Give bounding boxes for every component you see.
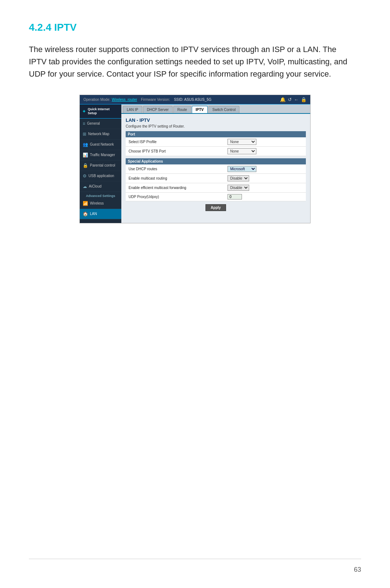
ssid-label: SSID: ASUS ASUS_5G (174, 98, 212, 102)
section-title: 4.2.4 IPTV (29, 22, 361, 33)
udp-proxy-input[interactable] (228, 194, 242, 199)
port-section-header: Port (126, 131, 306, 137)
firmware-label: Firmware Version: (141, 98, 170, 102)
sidebar-item-guest-network[interactable]: 👥 Guest Network (80, 140, 121, 150)
stb-port-label: Choose IPTV STB Port (126, 147, 225, 156)
lock-icon: 🔒 (301, 97, 307, 102)
sidebar-item-lan[interactable]: 🏠 LAN (80, 209, 121, 219)
special-section-header: Special Applications (126, 158, 306, 164)
wireless-icon: 📶 (83, 201, 88, 206)
tab-route[interactable]: Route (173, 106, 191, 113)
special-form-table: Use DHCP routes Microsoft Enable multica… (126, 164, 306, 201)
guest-network-icon: 👥 (83, 142, 88, 147)
advanced-settings-label: Advanced Settings (80, 192, 121, 198)
sidebar-aicloud-label: AiCloud (89, 184, 101, 188)
isp-profile-select[interactable]: None (228, 139, 256, 145)
panel-desc: Configure the IPTV setting of Router. (126, 124, 306, 128)
stb-port-select[interactable]: None (228, 148, 256, 154)
usb-icon: ⚙ (83, 173, 87, 179)
tab-bar: LAN IP DHCP Server Route IPTV Switch Con… (121, 104, 310, 114)
panel-title: LAN - IPTV (126, 117, 306, 123)
dhcp-routes-value: Microsoft (225, 164, 306, 174)
table-row: Select ISP Profile None (126, 137, 306, 147)
sidebar-network-map-label: Network Map (88, 132, 109, 136)
efficient-multicast-label: Enable efficient multicast forwarding (126, 183, 225, 193)
sidebar-item-general[interactable]: ≡ General (80, 119, 121, 129)
sidebar-wireless-label: Wireless (90, 201, 104, 205)
ssid-label-text: SSID: (174, 98, 183, 102)
general-icon: ≡ (83, 121, 85, 126)
sidebar-usb-label: USB application (88, 174, 114, 178)
refresh-icon: ↺ (288, 97, 292, 102)
sidebar-item-wireless[interactable]: 📶 Wireless (80, 198, 121, 209)
sidebar-guest-label: Guest Network (90, 142, 114, 146)
logo-icon: ✦ (82, 108, 86, 114)
multicast-routing-value: Disable Enable (225, 174, 306, 183)
port-form-table: Select ISP Profile None Choose IPTV STB … (126, 137, 306, 156)
sidebar-parental-label: Parental control (90, 163, 115, 167)
table-row: Enable multicast routing Disable Enable (126, 174, 306, 183)
isp-profile-label: Select ISP Profile (126, 137, 225, 147)
tab-lan-ip[interactable]: LAN IP (123, 106, 142, 113)
stb-port-value: None (225, 147, 306, 156)
bell-icon: 🔔 (280, 97, 286, 102)
sidebar-item-usb-application[interactable]: ⚙ USB application (80, 171, 121, 181)
tab-switch-control[interactable]: Switch Control (208, 106, 239, 113)
back-icon: ← (294, 97, 299, 102)
page-number: 63 (354, 566, 361, 574)
apply-button[interactable]: Apply (205, 204, 226, 211)
aicloud-icon: ☁ (83, 184, 87, 189)
tab-iptv[interactable]: IPTV (192, 106, 208, 113)
multicast-routing-label: Enable multicast routing (126, 174, 225, 183)
sidebar-item-traffic-manager[interactable]: 📊 Traffic Manager (80, 150, 121, 160)
udp-proxy-value (225, 193, 306, 201)
sidebar: ✦ Quick InternetSetup ≡ General ⊞ Networ… (80, 104, 121, 223)
section-description: The wireless router supports connection … (29, 43, 354, 80)
network-map-icon: ⊞ (83, 132, 86, 137)
sidebar-traffic-label: Traffic Manager (90, 153, 115, 157)
multicast-routing-select[interactable]: Disable Enable (228, 175, 249, 181)
lan-icon: 🏠 (83, 211, 88, 216)
ssid-value: ASUS ASUS_5G (184, 98, 212, 102)
sidebar-item-aicloud[interactable]: ☁ AiCloud (80, 181, 121, 192)
sidebar-item-parental-control[interactable]: 🔒 Parental control (80, 160, 121, 171)
main-content-area: LAN IP DHCP Server Route IPTV Switch Con… (121, 104, 310, 223)
top-bar: Operation Mode: Wireless_router Firmware… (80, 95, 310, 104)
sidebar-lan-label: LAN (90, 212, 97, 216)
dhcp-routes-label: Use DHCP routes (126, 164, 225, 174)
table-row: Enable efficient multicast forwarding Di… (126, 183, 306, 193)
efficient-multicast-select[interactable]: Disable Enable (228, 185, 249, 191)
sidebar-logo[interactable]: ✦ Quick InternetSetup (80, 104, 121, 119)
op-mode-value: Wireless_router (112, 98, 137, 102)
sidebar-logo-text: Quick InternetSetup (88, 107, 110, 115)
parental-icon: 🔒 (83, 163, 88, 168)
sidebar-general-label: General (87, 121, 100, 125)
traffic-icon: 📊 (83, 153, 88, 158)
efficient-multicast-value: Disable Enable (225, 183, 306, 193)
main-layout: ✦ Quick InternetSetup ≡ General ⊞ Networ… (80, 104, 310, 223)
udp-proxy-label: UDP Proxy(Udpxy) (126, 193, 225, 201)
top-bar-icons: 🔔 ↺ ← 🔒 (280, 97, 307, 102)
operation-mode: Operation Mode: Wireless_router Firmware… (83, 98, 212, 102)
bottom-rule (29, 559, 361, 559)
table-row: UDP Proxy(Udpxy) (126, 193, 306, 201)
sidebar-item-network-map[interactable]: ⊞ Network Map (80, 129, 121, 140)
isp-profile-value: None (225, 137, 306, 147)
op-mode-label: Operation Mode: (83, 98, 110, 102)
table-row: Choose IPTV STB Port None (126, 147, 306, 156)
table-row: Use DHCP routes Microsoft (126, 164, 306, 174)
content-panel: LAN - IPTV Configure the IPTV setting of… (121, 114, 310, 217)
dhcp-routes-select[interactable]: Microsoft (228, 166, 256, 172)
router-screenshot: Operation Mode: Wireless_router Firmware… (79, 95, 311, 223)
tab-dhcp-server[interactable]: DHCP Server (143, 106, 173, 113)
